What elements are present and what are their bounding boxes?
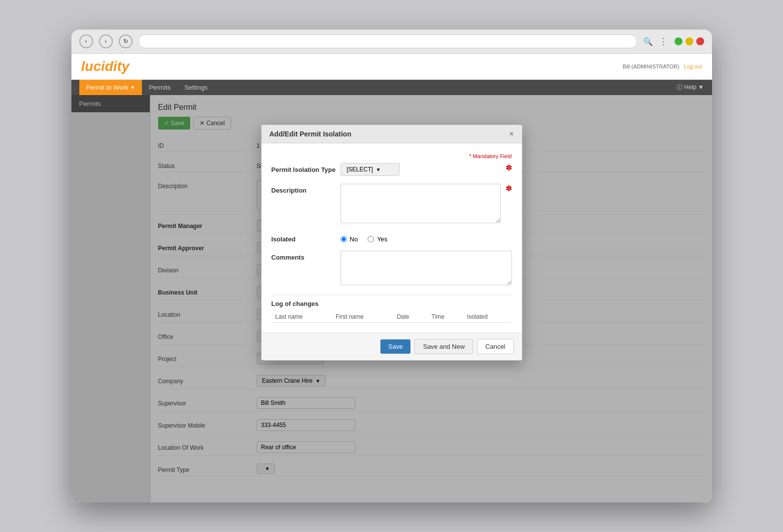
modal-control-description xyxy=(340,184,501,225)
help-button[interactable]: ⓘ Help ▼ xyxy=(677,83,704,92)
modal-field-description: Description ✽ xyxy=(272,184,512,225)
nav-items: Permit to Work ▼ Permits Settings xyxy=(79,80,215,95)
logout-link[interactable]: Log out xyxy=(684,64,702,69)
tl-red xyxy=(696,37,704,45)
address-bar[interactable] xyxy=(138,34,637,48)
modal-title: Add/Edit Permit Isolation xyxy=(270,130,351,138)
col-isolated: Isolated xyxy=(463,311,512,323)
nav-label-settings: Settings xyxy=(184,84,207,91)
app-logo: lucidity xyxy=(81,59,130,74)
chevron-down-icon: ▼ xyxy=(376,167,381,172)
radio-yes[interactable] xyxy=(368,236,374,242)
log-of-changes-section: Log of changes Last name First name Date… xyxy=(272,295,512,323)
modal-save-button[interactable]: Save xyxy=(380,339,411,354)
col-time: Time xyxy=(428,311,463,323)
modal-save-and-new-button[interactable]: Save and New xyxy=(414,339,473,354)
modal-label-description: Description xyxy=(272,184,340,194)
nav-bar: Permit to Work ▼ Permits Settings ⓘ Help… xyxy=(71,80,712,95)
col-last-name: Last name xyxy=(272,311,332,323)
col-date: Date xyxy=(393,311,427,323)
modal-label-isolated: Isolated xyxy=(272,233,340,243)
log-title: Log of changes xyxy=(272,300,512,307)
mandatory-star-description: ✽ xyxy=(506,184,512,193)
modal-description-textarea[interactable] xyxy=(340,184,501,223)
modal-footer: Save Save and New Cancel xyxy=(262,332,522,360)
search-icon: 🔍 xyxy=(643,37,653,46)
username-label: Bill (ADMINISTRATOR) xyxy=(623,64,680,69)
refresh-button[interactable]: ↻ xyxy=(119,34,133,48)
header-user-info: Bill (ADMINISTRATOR) Log out xyxy=(623,64,702,69)
modal-cancel-button[interactable]: Cancel xyxy=(477,339,513,354)
add-edit-permit-isolation-modal: Add/Edit Permit Isolation × * Mandatory … xyxy=(261,125,522,361)
chevron-down-icon: ▼ xyxy=(130,85,135,90)
modal-overlay: Add/Edit Permit Isolation × * Mandatory … xyxy=(71,95,712,502)
forward-button[interactable]: › xyxy=(99,34,113,48)
col-first-name: First name xyxy=(332,311,393,323)
browser-chrome: ‹ › ↻ 🔍 ⋮ xyxy=(71,30,712,54)
nav-item-settings[interactable]: Settings xyxy=(177,80,214,95)
menu-dots[interactable]: ⋮ xyxy=(659,36,669,47)
nav-label-permits: Permits xyxy=(149,84,170,91)
modal-label-comments: Comments xyxy=(272,251,340,261)
modal-comments-textarea[interactable] xyxy=(340,251,512,285)
traffic-lights xyxy=(675,37,704,45)
main-layout: Permits Edit Permit ✓ Save ✕ Cancel xyxy=(71,95,712,502)
tl-yellow xyxy=(685,37,693,45)
mandatory-note: * Mandatory Field xyxy=(272,153,512,159)
modal-field-isolated: Isolated No Yes xyxy=(272,233,512,243)
radio-no[interactable] xyxy=(340,236,347,242)
app-header: lucidity Bill (ADMINISTRATOR) Log out xyxy=(71,54,712,80)
modal-label-isolation-type: Permit Isolation Type xyxy=(272,163,340,173)
nav-item-permit-to-work[interactable]: Permit to Work ▼ xyxy=(79,80,142,95)
isolated-radio-group: No Yes xyxy=(340,233,512,243)
nav-label-permit-to-work: Permit to Work xyxy=(86,84,129,91)
modal-control-isolated: No Yes xyxy=(340,233,512,243)
modal-field-isolation-type: Permit Isolation Type [SELECT] ▼ ✽ xyxy=(272,163,512,176)
modal-control-isolation-type: [SELECT] ▼ xyxy=(340,163,501,176)
modal-body: * Mandatory Field Permit Isolation Type … xyxy=(262,143,522,332)
modal-control-comments xyxy=(340,251,512,287)
log-table: Last name First name Date Time Isolated xyxy=(272,311,512,323)
tl-green xyxy=(675,37,682,45)
modal-header: Add/Edit Permit Isolation × xyxy=(262,125,522,143)
isolation-type-dropdown[interactable]: [SELECT] ▼ xyxy=(340,163,400,176)
back-button[interactable]: ‹ xyxy=(79,34,93,48)
app-frame: lucidity Bill (ADMINISTRATOR) Log out Pe… xyxy=(71,54,712,502)
modal-field-comments: Comments xyxy=(272,251,512,287)
nav-item-permits[interactable]: Permits xyxy=(142,80,177,95)
mandatory-star-isolation-type: ✽ xyxy=(506,163,512,172)
modal-close-button[interactable]: × xyxy=(509,130,513,138)
radio-yes-label[interactable]: Yes xyxy=(368,235,387,243)
radio-no-label[interactable]: No xyxy=(340,235,358,243)
